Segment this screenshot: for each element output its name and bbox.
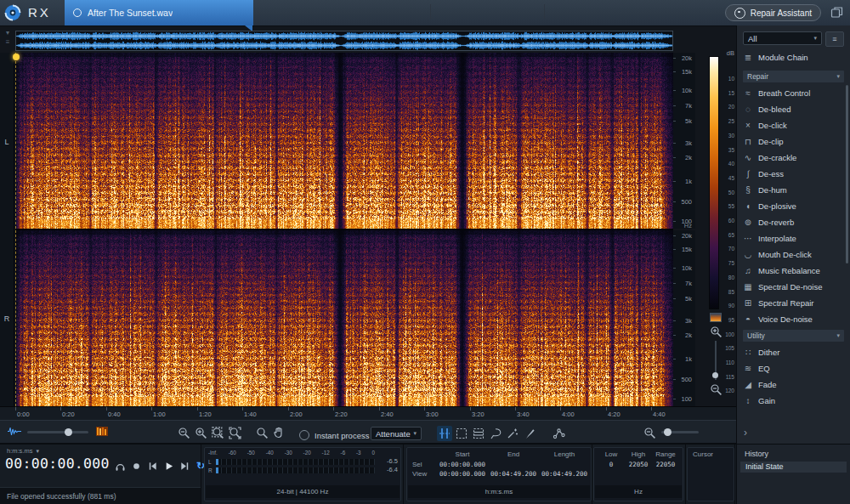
module-item-spectral-de-noise[interactable]: ▦Spectral De-noise (743, 279, 844, 295)
meter-scale-label: -3 (356, 450, 361, 456)
playhead-line[interactable] (15, 53, 16, 406)
lasso-selection-tool[interactable] (488, 426, 503, 441)
overview-zoom-slider-thumb[interactable] (664, 428, 672, 436)
marker-lane-icons[interactable]: ▾ ≡ (2, 28, 14, 50)
frequency-selection-tool[interactable] (471, 426, 486, 441)
process-mode-value: Attenuate (376, 429, 411, 439)
module-item-voice-de-noise[interactable]: ◓Voice De-noise (743, 311, 844, 327)
module-item-mouth-de-click[interactable]: ◡Mouth De-click (743, 246, 844, 263)
meter-channel-label: L (208, 459, 213, 465)
zoom-to-selection-button[interactable] (211, 426, 224, 439)
meter-scale-label: -20 (303, 450, 311, 456)
frequency-zoom-slider[interactable] (715, 341, 717, 380)
module-label: De-crackle (758, 153, 796, 162)
time-ruler[interactable]: 0:000:200:401:001:201:402:002:202:403:00… (0, 406, 736, 421)
module-item-spectral-repair[interactable]: ⊞Spectral Repair (743, 295, 844, 311)
view-start: 00:00:00.000 (438, 470, 487, 478)
return-to-start-button[interactable] (146, 460, 158, 472)
marker-flag-icon[interactable]: ▾ (2, 28, 14, 37)
time-frequency-selection-tool[interactable] (454, 426, 469, 441)
window-layout-icon[interactable] (830, 6, 843, 19)
spectrogram-right-channel[interactable] (15, 230, 673, 406)
repair-assistant-button[interactable]: Repair Assistant (725, 4, 821, 21)
spectrogram-settings-icon[interactable] (710, 313, 722, 322)
module-label: Spectral Repair (758, 298, 813, 308)
frequency-ruler-right[interactable]: 20k15k10k7k5k3k2k1k500100 (673, 230, 695, 406)
channel-label-left[interactable]: L (0, 138, 14, 146)
magnifier-tool[interactable] (255, 426, 269, 439)
freq-tick (673, 335, 676, 336)
section-header-utility[interactable]: Utility▾ (743, 330, 844, 342)
time-tick (379, 407, 380, 411)
tab-label: After The Sunset.wav (88, 8, 173, 18)
playhead-handle[interactable] (13, 54, 20, 60)
module-item-music-rebalance[interactable]: ♫Music Rebalance (743, 263, 844, 279)
zoom-fit-button[interactable] (228, 426, 241, 439)
frequency-ruler-left[interactable]: 20k15k10k7k5k3k2k1k500100Hz (673, 53, 695, 229)
module-list-scrollbar[interactable] (846, 85, 848, 263)
hand-pan-tool[interactable] (272, 426, 286, 439)
module-item-de-ess[interactable]: ∫De-ess (743, 166, 844, 182)
db-label: 70 (728, 246, 734, 252)
meter-scale: -Inf.-60-50-40-30-20-12-6-30 (208, 450, 375, 456)
time-label: 0:40 (108, 411, 121, 418)
module-label: Interpolate (758, 234, 796, 243)
db-label: 35 (728, 148, 734, 154)
module-item-de-clip[interactable]: ⊓De-clip (743, 133, 844, 150)
time-tick (60, 407, 61, 411)
freq-tick (673, 298, 676, 299)
signal-chain-tool[interactable] (551, 426, 566, 441)
frequency-zoom-out-button[interactable] (709, 382, 722, 396)
db-label: 20 (728, 105, 734, 110)
overview-waveform[interactable] (15, 31, 673, 51)
waveform-spectrogram-blend-slider[interactable] (27, 431, 88, 433)
module-filter-dropdown[interactable]: All ▾ (743, 31, 822, 45)
lane-menu-icon[interactable]: ≡ (2, 37, 14, 47)
process-mode-dropdown[interactable]: Attenuate ▾ (371, 427, 422, 440)
chevron-down-icon: ▾ (836, 73, 840, 80)
channel-label-right[interactable]: R (0, 314, 14, 323)
time-format-selector[interactable]: h:m:s.ms ▾ (7, 447, 39, 455)
module-item-eq[interactable]: ≋EQ (743, 360, 844, 377)
magic-wand-tool[interactable] (505, 426, 520, 441)
brush-tool[interactable] (522, 426, 537, 441)
module-chain-item[interactable]: ≣ Module Chain (743, 49, 844, 65)
module-item-dither[interactable]: ∷Dither (743, 344, 844, 360)
module-menu-button[interactable]: ≡ (825, 31, 844, 47)
module-item-de-reverb[interactable]: ⊚De-reverb (743, 214, 844, 230)
monitor-headphones-button[interactable] (114, 460, 126, 472)
frequency-zoom-slider-thumb[interactable] (712, 372, 718, 378)
history-item[interactable]: Initial State (740, 462, 847, 473)
zoom-out-time-button[interactable] (177, 426, 190, 439)
module-item-de-crackle[interactable]: ∿De-crackle (743, 150, 844, 166)
module-item-gain[interactable]: ↕Gain (743, 393, 844, 409)
record-button[interactable] (130, 460, 142, 472)
file-tab[interactable]: After The Sunset.wav (65, 0, 253, 25)
module-label: Breath Control (758, 88, 810, 98)
go-to-end-button[interactable] (178, 460, 190, 472)
module-item-de-hum[interactable]: §De-hum (743, 182, 844, 198)
overview-waveform-canvas[interactable] (16, 31, 672, 50)
frequency-zoom-in-button[interactable] (709, 325, 722, 338)
blend-slider-thumb[interactable] (65, 428, 72, 436)
freq-tick (673, 58, 676, 59)
peak-readout-right: -6.4 (377, 466, 398, 473)
section-header-repair[interactable]: Repair▾ (743, 71, 844, 82)
spectrogram-left-channel[interactable] (15, 53, 673, 229)
panel-collapse-chevron[interactable]: › (744, 427, 747, 439)
module-sections: Repair▾≈Breath Control◌De-bleed×De-click… (743, 68, 844, 423)
zoom-in-time-button[interactable] (194, 426, 207, 439)
overview-zoom-out-button[interactable] (643, 426, 656, 439)
db-label: 40 (728, 161, 734, 167)
module-item-fade[interactable]: ◢Fade (743, 377, 844, 393)
module-item-de-plosive[interactable]: ◖De-plosive (743, 198, 844, 214)
module-item-breath-control[interactable]: ≈Breath Control (743, 85, 844, 101)
module-item-de-bleed[interactable]: ◌De-bleed (743, 101, 844, 117)
sel-start: 00:00:00.000 (438, 461, 487, 468)
time-selection-tool[interactable] (437, 426, 452, 441)
selection-time-format[interactable]: h:m:s.ms (408, 485, 590, 498)
module-item-de-click[interactable]: ×De-click (743, 117, 844, 133)
module-item-interpolate[interactable]: ⋯Interpolate (743, 230, 844, 246)
play-button[interactable] (162, 460, 174, 472)
instant-process-toggle[interactable] (299, 430, 309, 440)
